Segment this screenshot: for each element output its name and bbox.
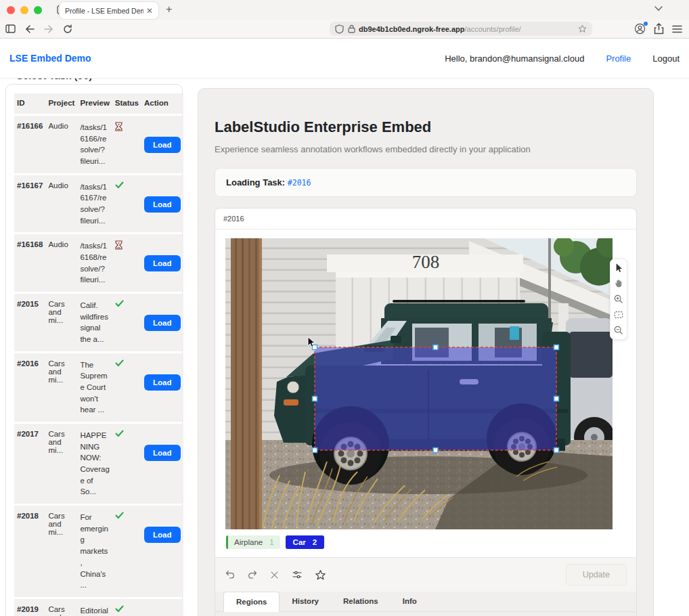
check-icon xyxy=(115,512,139,519)
app-logo[interactable]: LSE Embed Demo xyxy=(9,53,91,64)
col-action: Action xyxy=(141,93,183,114)
task-preview: /tasks/16168/resolve/?fileuri... xyxy=(77,234,112,292)
load-button[interactable]: Load xyxy=(144,315,180,331)
settings-sliders-icon[interactable] xyxy=(291,569,303,580)
task-preview: The Supreme Court won't hear ... xyxy=(77,353,112,422)
load-button[interactable]: Load xyxy=(144,527,180,543)
check-icon xyxy=(115,605,139,613)
browser-tab[interactable]: Profile - LSE Embed Demo ✕ xyxy=(60,2,158,19)
new-tab-button[interactable]: + xyxy=(166,3,172,16)
browser-chrome: Profile - LSE Embed Demo ✕ + db9e4b1cb0e… xyxy=(0,0,689,39)
table-row: #16168 Audio /tasks/16168/resolve/?fileu… xyxy=(14,234,183,292)
load-button[interactable]: Load xyxy=(144,445,180,461)
lock-icon xyxy=(348,24,355,33)
back-icon[interactable] xyxy=(25,25,35,33)
annotation-image[interactable]: 708 xyxy=(225,238,613,529)
chevron-down-icon[interactable] xyxy=(654,5,663,12)
task-id: #2019 xyxy=(14,599,45,616)
tab-info[interactable]: Info xyxy=(391,592,429,611)
loading-task-box: Loading Task: #2016 xyxy=(215,168,637,197)
update-button[interactable]: Update xyxy=(566,564,627,586)
labels-row: Airplane 1 Car 2 xyxy=(215,529,636,557)
tab-relations[interactable]: Relations xyxy=(331,592,391,611)
task-table-header: ID Project Preview Status Action xyxy=(14,93,183,114)
col-project: Project xyxy=(45,93,77,114)
annotation-task-id: #2016 xyxy=(215,208,636,229)
task-project: Cars and mi... xyxy=(45,506,77,597)
hourglass-icon xyxy=(115,240,139,250)
forward-icon[interactable] xyxy=(44,25,53,33)
check-icon xyxy=(115,181,139,189)
load-button[interactable]: Load xyxy=(144,374,180,391)
task-preview: For emerging markets , China's ... xyxy=(77,506,112,597)
car-photo: 708 xyxy=(225,238,613,529)
star-icon[interactable] xyxy=(315,569,326,581)
check-icon xyxy=(115,359,139,367)
label-airplane-name: Airplane xyxy=(234,538,263,546)
minimize-window-button[interactable] xyxy=(20,6,28,14)
load-button[interactable]: Load xyxy=(144,255,180,271)
task-project: Cars and mi... xyxy=(45,599,77,616)
menu-icon[interactable] xyxy=(672,25,682,33)
label-airplane-hotkey: 1 xyxy=(269,538,273,546)
load-button[interactable]: Load xyxy=(144,196,180,213)
site-header: LSE Embed Demo Hello, brandon@humansigna… xyxy=(0,39,689,79)
pan-tool-icon[interactable] xyxy=(613,278,624,289)
bookmark-star-icon[interactable] xyxy=(578,24,587,33)
url-path: /accounts/profile/ xyxy=(465,25,521,33)
browser-tab-title: Profile - LSE Embed Demo xyxy=(65,7,143,15)
profile-avatar-icon[interactable] xyxy=(634,23,646,35)
profile-link[interactable]: Profile xyxy=(606,53,631,64)
col-status: Status xyxy=(112,93,141,114)
sidebar-toggle-icon[interactable] xyxy=(5,24,16,33)
table-row: #2017 Cars and mi... HAPPENING NOW: Cove… xyxy=(14,424,183,504)
maximize-window-button[interactable] xyxy=(34,6,42,14)
annotation-tabs: Regions History Relations Info xyxy=(215,592,636,612)
browser-toolbar: db9e4b1cb0ed.ngrok-free.app/accounts/pro… xyxy=(0,20,689,39)
notification-dot xyxy=(644,22,648,26)
reset-icon[interactable] xyxy=(269,570,280,580)
tab-history[interactable]: History xyxy=(280,592,331,611)
browser-tabstrip: Profile - LSE Embed Demo ✕ + xyxy=(0,0,689,20)
shield-icon xyxy=(335,24,344,34)
url-bar[interactable]: db9e4b1cb0ed.ngrok-free.app/accounts/pro… xyxy=(330,22,592,36)
label-car-name: Car xyxy=(293,538,306,546)
pointer-tool-icon[interactable] xyxy=(613,263,624,273)
redo-icon[interactable] xyxy=(247,569,258,580)
label-airplane-chip[interactable]: Airplane 1 xyxy=(226,535,280,549)
label-car-chip[interactable]: Car 2 xyxy=(286,535,325,549)
user-greeting: Hello, brandon@humansignal.cloud xyxy=(445,53,584,64)
logout-link[interactable]: Logout xyxy=(652,53,680,64)
table-row: #2016 Cars and mi... The Supreme Court w… xyxy=(14,353,183,422)
house-number: 708 xyxy=(412,252,440,272)
table-row: #2018 Cars and mi... For emerging market… xyxy=(14,506,183,597)
task-id: #16168 xyxy=(14,234,45,292)
table-row: #16166 Audio /tasks/16166/resolve/?fileu… xyxy=(14,116,183,173)
task-project: Cars and mi... xyxy=(45,353,77,422)
tab-close-icon[interactable]: ✕ xyxy=(146,6,153,16)
loading-task-label: Loading Task: xyxy=(226,177,285,188)
region-car-bbox[interactable] xyxy=(315,347,556,450)
task-id: #2017 xyxy=(14,424,45,504)
window-controls[interactable] xyxy=(7,6,42,14)
task-table: ID Project Preview Status Action #16166 … xyxy=(14,91,183,616)
reload-icon[interactable] xyxy=(63,24,72,34)
task-project: Audio xyxy=(45,116,77,173)
loading-task-id: #2016 xyxy=(288,178,311,188)
task-sidebar: Select Task (96) ID Project Preview Stat… xyxy=(5,79,183,616)
tab-regions[interactable]: Regions xyxy=(223,592,280,612)
task-preview: Editorial in @Globe Opinion | ... xyxy=(77,599,112,616)
table-row: #16167 Audio /tasks/16167/resolve/?fileu… xyxy=(14,175,183,233)
annotation-toolbar: Update xyxy=(215,557,636,592)
task-project: Audio xyxy=(45,175,77,233)
load-button[interactable]: Load xyxy=(144,137,180,153)
sidebar-title: Select Task (96) xyxy=(16,79,183,81)
zoom-out-icon[interactable] xyxy=(613,325,624,336)
close-window-button[interactable] xyxy=(7,6,15,14)
share-icon[interactable] xyxy=(654,23,664,35)
undo-icon[interactable] xyxy=(225,569,236,580)
zoom-in-icon[interactable] xyxy=(613,294,624,305)
fit-screen-icon[interactable] xyxy=(613,309,624,320)
table-row: #2019 Cars and mi... Editorial in @Globe… xyxy=(14,599,183,616)
task-project: Cars and mi... xyxy=(45,424,77,504)
